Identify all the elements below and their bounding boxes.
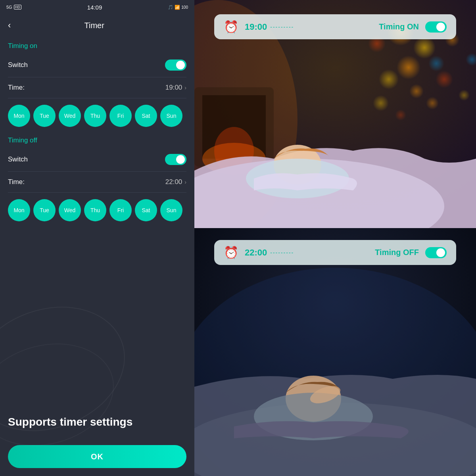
chevron-right-icon: › [184,84,186,91]
timer-card-on: ⏰ 19:00 --------- Timing ON [214,14,456,39]
day-thu-on[interactable]: Thu [84,105,106,127]
day-sun-off[interactable]: Sun [160,199,182,221]
status-icons: 🎵 📶 100 [168,5,188,10]
svg-point-7 [379,69,399,89]
timing-on-switch-label: Switch [8,61,28,69]
timing-off-time-label: Time: [8,178,25,186]
timer-off-dashes: --------- [270,250,372,256]
day-tue-off[interactable]: Tue [33,199,56,221]
timing-off-switch-label: Switch [8,155,28,163]
svg-point-13 [459,90,470,101]
right-panel: ⏰ 19:00 --------- Timing ON [194,0,476,476]
timing-off-switch-row: Switch [8,150,186,169]
status-signal: 5G HD [6,5,21,10]
timer-on-info: 19:00 --------- Timing ON [245,22,419,32]
day-mon-on[interactable]: Mon [8,105,30,127]
status-time: 14:09 [87,4,102,11]
timer-on-toggle[interactable] [425,21,447,33]
battery-icon: 100 [181,5,188,10]
tagline-text: Supports timer settings [0,407,194,437]
timing-on-switch[interactable] [165,60,186,71]
timer-on-time: 19:00 [245,22,267,32]
scene-top: ⏰ 19:00 --------- Timing ON [194,0,476,228]
timing-off-switch[interactable] [165,154,186,165]
svg-point-5 [397,56,420,79]
svg-point-9 [436,71,453,88]
scene-bottom: ⏰ 22:00 --------- Timing OFF [194,228,476,476]
timing-on-time-value: 19:00 › [165,84,186,92]
timing-on-switch-row: Switch [8,56,186,75]
wifi-icon: 📶 [175,5,180,10]
divider-4 [8,192,186,193]
bottom-scene-svg [194,228,476,476]
header: ‹ Timer [0,14,194,36]
day-wed-on[interactable]: Wed [59,105,81,127]
day-thu-off[interactable]: Thu [84,199,106,221]
svg-point-3 [413,36,436,59]
timing-on-time-row[interactable]: Time: 19:00 › [8,80,186,96]
day-wed-off[interactable]: Wed [59,199,81,221]
timing-on-time-label: Time: [8,84,25,92]
timing-off-title: Timing off [8,136,186,144]
content-area: Timing on Switch Time: 19:00 › Mon Tue W… [0,36,194,407]
clock-icon-bottom: ⏰ [224,246,238,259]
day-sat-on[interactable]: Sat [135,105,157,127]
timing-off-days: Mon Tue Wed Thu Fri Sat Sun [8,195,186,225]
timer-off-time: 22:00 [245,248,267,258]
day-mon-off[interactable]: Mon [8,199,30,221]
divider-3 [8,171,186,172]
timer-on-label: Timing ON [379,22,419,31]
divider-1 [8,77,186,77]
ok-button[interactable]: OK [8,445,186,468]
svg-point-15 [395,109,406,121]
timing-off-time-row[interactable]: Time: 22:00 › [8,174,186,190]
svg-point-6 [428,56,444,71]
day-tue-on[interactable]: Tue [33,105,56,127]
clock-icon-top: ⏰ [224,20,238,34]
chevron-right-icon-2: › [184,179,186,185]
divider-2 [8,98,186,98]
svg-point-10 [409,84,424,98]
svg-point-11 [373,95,389,111]
timer-off-label: Timing OFF [375,248,419,257]
timing-on-days: Mon Tue Wed Thu Fri Sat Sun [8,101,186,131]
timer-card-off: ⏰ 22:00 --------- Timing OFF [214,240,456,265]
svg-point-14 [426,97,439,109]
day-sat-off[interactable]: Sat [135,199,157,221]
back-button[interactable]: ‹ [8,20,11,31]
bluetooth-icon: 🎵 [168,5,173,10]
timing-on-title: Timing on [8,42,186,50]
timing-off-time-value: 22:00 › [165,178,186,186]
page-title: Timer [17,21,171,30]
day-sun-on[interactable]: Sun [160,105,182,127]
timer-on-dashes: --------- [270,24,376,30]
day-fri-off[interactable]: Fri [109,199,132,221]
status-bar: 5G HD 14:09 🎵 📶 100 [0,0,194,14]
timer-off-toggle[interactable] [425,247,447,258]
timer-off-info: 22:00 --------- Timing OFF [245,248,419,258]
left-panel: 5G HD 14:09 🎵 📶 100 ‹ Timer Timing on Sw… [0,0,194,476]
day-fri-on[interactable]: Fri [109,105,132,127]
